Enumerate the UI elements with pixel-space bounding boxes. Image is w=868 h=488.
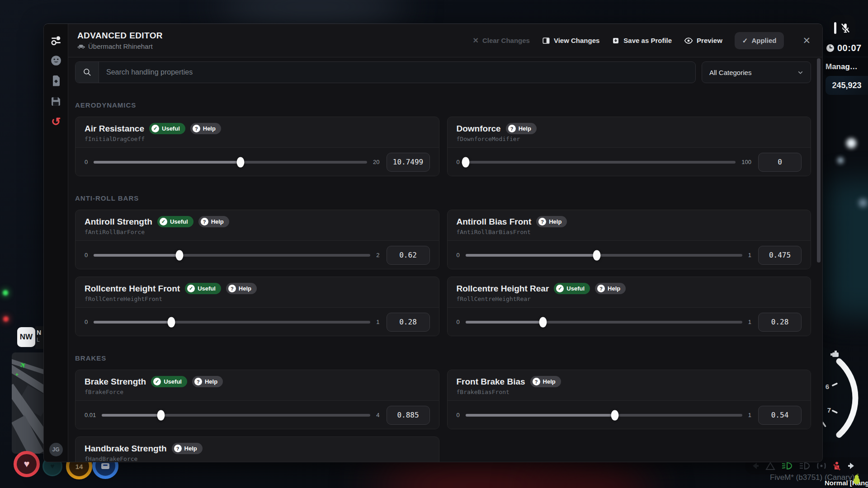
property-card-antiroll-bias-front: Antiroll Bias Front ?Help fAntiRollBarBi… [447,210,811,269]
smiley-icon [50,55,62,66]
help-badge[interactable]: ?Help [506,123,537,134]
slider[interactable] [102,414,370,417]
editor-header: ADVANCED EDITOR Übermacht Rhinehart ✕ Cl… [68,24,822,57]
property-param: fRollCentreHeightRear [457,296,802,302]
clear-changes-button[interactable]: ✕ Clear Changes [472,36,529,45]
help-badge[interactable]: ?Help [172,443,203,454]
minimap: ✈ + [12,352,44,454]
mic-muted-icon [840,22,851,34]
category-dropdown[interactable]: All Categories [702,61,811,83]
search-input[interactable] [99,62,695,83]
value-input[interactable]: 0.28 [758,313,802,332]
property-param: fAntiRollBarForce [85,229,430,235]
value-input[interactable]: 0.54 [758,406,802,425]
view-changes-button[interactable]: View Changes [542,37,599,45]
editor-main: ADVANCED EDITOR Übermacht Rhinehart ✕ Cl… [68,24,822,462]
value-input[interactable]: 0.885 [387,406,430,425]
voice-range-label: Normal [Range] [825,479,868,487]
value-input[interactable]: 0.62 [387,246,430,265]
slider-max: 1 [748,412,751,418]
streetlight-glow [859,199,867,207]
section-title-brakes: BRAKES [75,354,811,362]
value-input[interactable]: 0.28 [387,313,430,332]
help-badge[interactable]: ?Help [536,216,567,227]
applied-button[interactable]: ✓ Applied [735,32,784,49]
highbeam-off-icon [799,462,811,470]
page-title: ADVANCED EDITOR [77,31,163,41]
slider-min: 0 [85,159,88,165]
slider-min: 0.01 [85,412,96,418]
useful-badge: ✓Useful [157,216,193,227]
property-param: fInitialDragCoeff [85,136,430,142]
help-badge[interactable]: ?Help [530,376,561,387]
sliders-icon [50,34,62,46]
sidebar-reset-button[interactable]: ↺ [50,115,62,128]
arrow-left-icon [751,462,760,469]
question-icon: ? [508,125,516,132]
check-icon: ✓ [742,37,748,45]
traffic-light-green [3,290,8,296]
timer-badge: 00:07 [824,40,868,56]
search-icon [83,68,92,77]
check-icon: ✓ [151,125,159,132]
slider[interactable] [94,161,367,164]
save-as-profile-button[interactable]: Save as Profile [612,37,672,45]
slider[interactable] [466,254,742,257]
section-title-aerodynamics: AERODYNAMICS [75,101,811,109]
hazard-icon [765,462,775,470]
sidebar-tab-handling[interactable] [50,34,62,47]
sidebar-tab-fun[interactable] [50,54,62,67]
close-button[interactable]: ✕ [802,36,811,45]
slider-thumb[interactable] [593,250,601,260]
floppy-save-icon [50,96,61,107]
slider-min: 0 [85,319,88,325]
slider-thumb[interactable] [611,410,619,420]
property-title: Air Resistance [85,124,144,134]
slider[interactable] [94,321,370,324]
chevron-down-icon [797,69,804,76]
slider-min: 0 [457,319,460,325]
question-icon: ? [194,378,202,385]
help-badge[interactable]: ?Help [198,216,229,227]
scrollbar[interactable] [817,58,821,263]
property-card-downforce: Downforce ?Help fDownforceModifier 0 100… [447,117,811,176]
avatar[interactable]: JG [49,443,63,456]
slider-thumb[interactable] [237,157,245,167]
property-param: fDownforceModifier [457,136,802,142]
slider-thumb[interactable] [462,157,469,167]
value-input[interactable]: 0.475 [758,246,802,265]
property-param: fHandBrakeForce [85,455,430,462]
seatbelt-warning-icon [832,461,841,470]
property-title: Downforce [457,124,501,134]
health-status-circle: ♥ [14,451,40,477]
slider-thumb[interactable] [167,317,175,327]
slider-thumb[interactable] [175,250,183,260]
search-icon-box [75,62,99,83]
slider-thumb[interactable] [539,317,547,327]
useful-badge: ✓Useful [151,376,187,387]
question-icon: ? [193,125,200,132]
property-card-brake-strength: Brake Strength ✓Useful ?Help fBrakeForce… [75,370,439,429]
help-badge[interactable]: ?Help [190,123,221,134]
slider[interactable] [466,161,736,164]
split-panel-icon [542,37,550,45]
voice-range-pear-icon [853,474,861,484]
useful-badge: ✓Useful [554,283,590,294]
slider[interactable] [466,414,742,417]
slider[interactable] [94,254,370,257]
question-icon: ? [228,285,236,292]
help-badge[interactable]: ?Help [226,283,257,294]
preview-button[interactable]: Preview [684,37,722,44]
slider-max: 1 [748,319,751,325]
help-badge[interactable]: ?Help [192,376,223,387]
slider[interactable] [466,321,742,324]
clock-icon [826,44,834,52]
sidebar-tab-save[interactable] [50,95,62,108]
gauge-number-7: 7 [827,406,831,414]
value-input[interactable]: 0 [758,153,802,172]
slider-thumb[interactable] [157,410,165,420]
advanced-editor-panel: ↺ JG ADVANCED EDITOR Übermacht Rhinehart [43,23,823,462]
sidebar-tab-files[interactable] [50,75,62,87]
value-input[interactable]: 10.7499 [387,153,430,172]
help-badge[interactable]: ?Help [595,283,626,294]
